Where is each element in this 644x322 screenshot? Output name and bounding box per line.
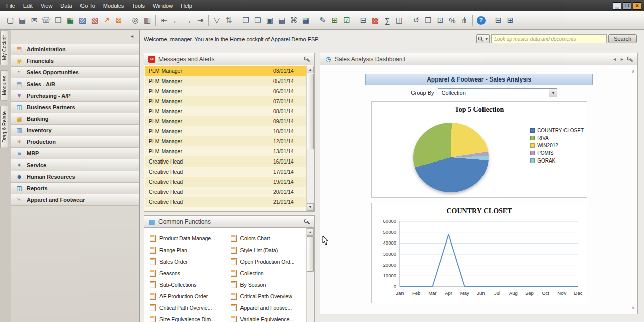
sort-icon[interactable]: ⇅	[223, 14, 234, 26]
next-record-icon[interactable]: →	[183, 14, 194, 26]
common-functions-scrollbar[interactable]: ▲ ▼	[306, 228, 314, 322]
edit-icon[interactable]: ✎	[317, 14, 328, 26]
sidebar-item[interactable]: ◫ Reports	[11, 183, 139, 194]
message-row[interactable]: Creative Head 19/01/14	[145, 177, 306, 187]
lock-screen-icon[interactable]: ⊠	[113, 14, 124, 26]
menu-item-help[interactable]: Help	[177, 0, 196, 11]
email-icon[interactable]: ✉	[29, 14, 40, 26]
summary-icon[interactable]: ∑	[382, 14, 393, 26]
sidebar-item[interactable]: ✦ Service	[11, 159, 139, 171]
common-function-item[interactable]: Critical Path Overvie...	[145, 302, 226, 313]
launch-application-icon[interactable]: ↗	[101, 14, 112, 26]
message-row[interactable]: Creative Head 16/01/14	[145, 156, 306, 167]
settings-a-icon[interactable]: ⊟	[493, 14, 504, 26]
side-tab-drag-amp-relate[interactable]: Drag & Relate	[0, 106, 8, 148]
duplicate-icon[interactable]: ▣	[264, 14, 275, 26]
scroll-down-icon[interactable]: ∨	[631, 305, 635, 310]
print-icon[interactable]: ▤	[17, 14, 28, 26]
export-pdf-icon[interactable]: ▧	[89, 14, 100, 26]
search-magnifier-button[interactable]: ▼	[476, 34, 490, 43]
journal-entry-icon[interactable]: ▤	[276, 14, 287, 26]
scroll-up-icon[interactable]: ∧	[631, 69, 635, 74]
relationship-map-icon[interactable]: ⌘	[288, 14, 299, 26]
previous-record-icon[interactable]: ←	[171, 14, 182, 26]
archive-icon[interactable]: ❒	[423, 14, 434, 26]
common-function-item[interactable]: Colors Chart	[226, 232, 307, 244]
filter-icon[interactable]: ▽	[211, 14, 222, 26]
find-icon[interactable]: ◎	[130, 14, 141, 26]
message-row[interactable]: PLM Manager 03/01/14	[145, 66, 306, 76]
message-row[interactable]: PLM Manager 06/01/14	[145, 86, 306, 96]
scroll-thumb[interactable]	[307, 236, 314, 272]
sidebar-item[interactable]: ≡ MRP	[11, 148, 139, 159]
message-row[interactable]: Creative Head 20/01/14	[145, 187, 306, 197]
approve-document-icon[interactable]: ☑	[341, 14, 352, 26]
sidebar-collapse-icon[interactable]: ◄	[130, 34, 134, 39]
menu-item-tools[interactable]: Tools	[128, 0, 149, 11]
dashboard-prev-icon[interactable]: ◄	[612, 57, 617, 62]
first-record-icon[interactable]: ⇤	[158, 14, 170, 26]
hierarchy-icon[interactable]: ⋔	[459, 14, 470, 26]
export-excel-icon[interactable]: ▦	[65, 14, 76, 26]
undo-icon[interactable]: ↺	[411, 14, 422, 26]
menu-item-view[interactable]: View	[37, 0, 57, 11]
common-function-item[interactable]: Range Plan	[145, 244, 226, 256]
common-function-item[interactable]: Product Data Manage...	[145, 232, 226, 244]
help-icon[interactable]: ?	[477, 16, 486, 25]
last-record-icon[interactable]: ⇥	[195, 14, 206, 26]
paste-icon[interactable]: ❑	[252, 14, 263, 26]
scroll-up-icon[interactable]: ▲	[307, 66, 314, 73]
common-function-item[interactable]: AF Production Order	[145, 290, 226, 302]
document-icon[interactable]: ❏	[53, 14, 64, 26]
sidebar-item[interactable]: ▦ Banking	[11, 113, 139, 125]
sidebar-item[interactable]: ▤ Sales - A/R	[11, 78, 139, 90]
export-word-icon[interactable]: ▨	[77, 14, 88, 26]
messages-scrollbar[interactable]: ▲ ▼	[306, 66, 314, 211]
common-function-item[interactable]: Variable Equivalence...	[226, 313, 307, 322]
scroll-up-icon[interactable]: ▲	[307, 228, 314, 236]
my-menu-icon[interactable]: ▥	[142, 14, 153, 26]
common-function-item[interactable]: Open Production Ord...	[226, 256, 307, 267]
sidebar-item[interactable]: ✶ Production	[11, 136, 139, 148]
close-button[interactable]: ✕	[633, 2, 641, 10]
common-function-item[interactable]: Collection	[226, 267, 307, 279]
message-row[interactable]: PLM Manager 07/01/14	[145, 96, 306, 106]
dashboard-next-icon[interactable]: ►	[620, 57, 624, 62]
group-by-select[interactable]: Collection ▼	[438, 88, 557, 97]
message-row[interactable]: Creative Head 21/01/14	[145, 197, 306, 207]
sidebar-item[interactable]: ▤ Administration	[11, 44, 139, 55]
wrench-icon[interactable]	[304, 219, 310, 225]
common-function-item[interactable]: Sub-Collections	[145, 279, 226, 290]
minimize-button[interactable]: ▁	[613, 2, 621, 10]
form-settings-icon[interactable]: ▦	[300, 14, 311, 26]
excel-report-icon[interactable]: ▩	[370, 14, 381, 26]
scroll-thumb[interactable]	[307, 74, 314, 149]
side-tab-my-cockpit[interactable]: My Cockpit	[0, 30, 8, 65]
menu-item-window[interactable]: Window	[149, 0, 177, 11]
wrench-icon[interactable]	[304, 56, 310, 62]
sidebar-item[interactable]: ☻ Human Resources	[11, 171, 139, 183]
message-row[interactable]: PLM Manager 05/01/14	[145, 76, 306, 86]
menu-item-data[interactable]: Data	[56, 0, 76, 11]
search-button[interactable]: Search	[608, 34, 637, 43]
restore-button[interactable]: ❐	[623, 2, 631, 10]
common-function-item[interactable]: Size Equivalence Dim...	[145, 313, 226, 322]
settings-b-icon[interactable]: ⊞	[505, 14, 516, 26]
common-function-item[interactable]: Seasons	[145, 267, 226, 279]
wrench-icon[interactable]	[627, 56, 633, 62]
message-row[interactable]: PLM Manager 09/01/14	[145, 116, 306, 126]
common-function-item[interactable]: Critical Path Overview	[226, 290, 307, 302]
sidebar-item[interactable]: ≈ Sales Opportunities	[11, 67, 139, 78]
message-row[interactable]: PLM Manager 08/01/14	[145, 106, 306, 116]
message-row[interactable]: Creative Head 17/01/14	[145, 167, 306, 177]
calendar-icon[interactable]: ⊟	[358, 14, 369, 26]
common-function-item[interactable]: Sales Order	[145, 256, 226, 267]
menu-item-edit[interactable]: Edit	[19, 0, 37, 11]
common-function-item[interactable]: Apparel and Footwe...	[226, 302, 307, 313]
message-row[interactable]: PLM Manager 10/01/14	[145, 126, 306, 136]
common-function-item[interactable]: Style List (Data)	[226, 244, 307, 256]
sidebar-item[interactable]: ✂ Apparel and Footwear	[11, 194, 139, 206]
copy-icon[interactable]: ❐	[240, 14, 251, 26]
sidebar-item[interactable]: ▥ Inventory	[11, 125, 139, 136]
percent-icon[interactable]: %	[447, 14, 458, 26]
